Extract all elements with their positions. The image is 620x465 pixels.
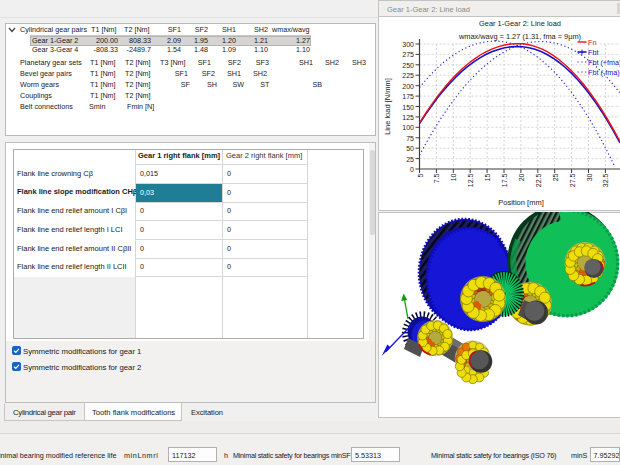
svg-text:12.5: 12.5 bbox=[467, 173, 474, 187]
svg-text:Fbt (+fma): Fbt (+fma) bbox=[588, 58, 620, 67]
svg-text:175: 175 bbox=[402, 93, 414, 100]
svg-text:Position [mm]: Position [mm] bbox=[498, 198, 543, 207]
svg-text:225: 225 bbox=[402, 72, 414, 79]
svg-text:wmax/wavg = 1.27 (1.31, fma =: wmax/wavg = 1.27 (1.31, fma = 9µm) bbox=[458, 32, 581, 41]
svg-text:22.5: 22.5 bbox=[535, 173, 542, 187]
svg-text:75: 75 bbox=[406, 135, 414, 142]
svg-text:Fbt: Fbt bbox=[588, 48, 598, 57]
svg-text:27.5: 27.5 bbox=[569, 173, 576, 187]
svg-text:Fn: Fn bbox=[588, 38, 596, 47]
svg-text:200: 200 bbox=[402, 83, 414, 90]
svg-text:25: 25 bbox=[406, 156, 414, 163]
svg-text:10: 10 bbox=[450, 173, 457, 181]
svg-text:17.5: 17.5 bbox=[501, 173, 508, 187]
svg-text:100: 100 bbox=[402, 124, 414, 131]
svg-text:275: 275 bbox=[402, 51, 414, 58]
svg-text:125: 125 bbox=[402, 114, 414, 121]
svg-text:20: 20 bbox=[518, 173, 525, 181]
svg-text:15: 15 bbox=[484, 173, 491, 181]
svg-text:300: 300 bbox=[402, 41, 414, 48]
svg-text:5: 5 bbox=[417, 173, 424, 177]
svg-text:250: 250 bbox=[402, 62, 414, 69]
svg-text:Gear 1-Gear 2: Line load: Gear 1-Gear 2: Line load bbox=[479, 19, 561, 28]
svg-text:150: 150 bbox=[402, 104, 414, 111]
svg-text:50: 50 bbox=[406, 145, 414, 152]
svg-text:Line load [N/mm]: Line load [N/mm] bbox=[383, 78, 392, 135]
svg-text:Fbt (-fma): Fbt (-fma) bbox=[588, 68, 620, 77]
svg-text:7.5: 7.5 bbox=[433, 173, 440, 183]
svg-text:32.5: 32.5 bbox=[602, 173, 609, 187]
svg-text:25: 25 bbox=[552, 173, 559, 181]
svg-text:30: 30 bbox=[586, 173, 593, 181]
svg-text:0: 0 bbox=[410, 166, 414, 173]
